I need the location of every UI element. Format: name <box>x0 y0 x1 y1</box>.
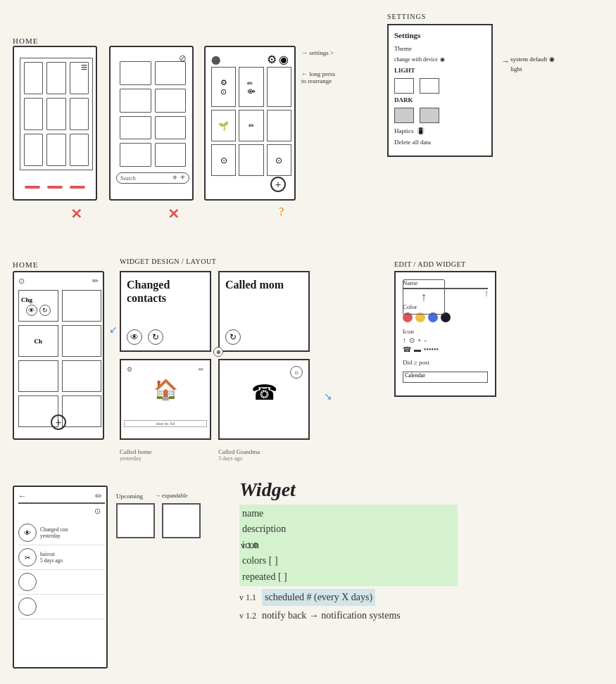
screen2-grid <box>116 58 189 170</box>
system-icon: ◉ <box>549 56 555 63</box>
v12-content: notify back → notification systems <box>262 608 401 623</box>
widget-card-called-mom: Called mom ↻ <box>218 271 310 352</box>
gear-small: ⚙ <box>127 366 132 373</box>
icon-label: Icon <box>403 328 488 335</box>
widget-notes: Widget name description icon colors [ ] … <box>239 479 458 624</box>
eye-icon: 👁 <box>26 305 37 316</box>
mid-widget4 <box>62 325 102 357</box>
note-colors: colors [ ] <box>242 553 455 569</box>
edit-widget-panel: ↑ Name ! Color Icon ↑ ⊙ + - <box>394 271 496 397</box>
plus-icon[interactable]: + <box>417 336 422 344</box>
rejection-x: ✕ <box>70 205 82 222</box>
note-description: description <box>242 521 455 537</box>
top-icons: ⚙ ◉ <box>267 53 289 66</box>
blue-arrow-mid: ↙ <box>109 324 118 336</box>
upcoming-box2 <box>162 503 201 538</box>
search-actions: ⌖ + <box>172 172 185 182</box>
widget-card-called-grandma: ○ ☎ <box>218 359 310 440</box>
sync-icon: ↻ <box>148 329 163 345</box>
light-label-row: LIGHT <box>394 67 486 74</box>
settings-right-arrow: → <box>501 56 510 67</box>
screen1-grid-container <box>20 58 93 170</box>
widget-cell: ⊙ <box>211 144 236 176</box>
widget-card-changed-contacts: Changed contacts 👁 ↻ <box>120 271 211 352</box>
grid-icon[interactable]: ▬ <box>414 346 421 353</box>
minus-icon[interactable]: - <box>425 336 427 344</box>
icon-options: ↑ ⊙ + - <box>403 336 488 344</box>
divider <box>18 502 105 504</box>
theme-option-light2[interactable] <box>420 78 439 94</box>
circle-icon[interactable]: ⊙ <box>409 336 415 344</box>
upcoming-boxes <box>116 503 201 538</box>
screen-mid-top: ⊙ ✏ <box>14 277 103 286</box>
theme-option-dark2[interactable] <box>420 108 439 123</box>
phone-icon[interactable]: ☎ <box>403 346 411 353</box>
fab-button[interactable]: + <box>270 177 286 192</box>
did-last-post-field: Did ≥ post <box>403 359 488 366</box>
mid-widget1: Chg 👁 ↻ <box>18 290 58 322</box>
widget-card-icons: ↻ <box>225 329 303 345</box>
list-item-text: haircut5 days ago <box>40 551 105 564</box>
list-item-text: Changed conyesterday <box>40 526 105 539</box>
widget-card-title: Changed contacts <box>127 278 204 305</box>
dark-label-row: DARK <box>394 96 486 103</box>
widget-card-icons: 👁 ↻ <box>127 329 204 345</box>
theme-option-dark1[interactable] <box>394 108 414 123</box>
dark-theme-options <box>394 108 486 123</box>
gear-icon[interactable]: ⚙ <box>267 53 277 66</box>
grid-cell <box>155 61 187 85</box>
edit-icon-bottom[interactable]: ✏ <box>95 491 102 501</box>
back-icon[interactable]: ← <box>18 491 27 501</box>
screen1-grid <box>20 58 92 170</box>
v11-row: v 1.1 scheduled # (every X days) <box>239 589 458 606</box>
grid-cell <box>46 134 65 166</box>
grid-cell <box>70 98 89 130</box>
note-repeated: repeated [ ] <box>242 569 455 585</box>
up-icon[interactable]: ↑ <box>403 336 406 344</box>
home-label-mid: HOME <box>13 260 38 269</box>
widget-cell: 🌱 <box>211 110 236 141</box>
settings-label-row: Settings <box>394 31 486 39</box>
due-label: due in 5d <box>124 420 207 427</box>
expandable-label: → expandable <box>155 493 187 499</box>
screen2: ⊘ Search ⌖ + <box>109 46 194 201</box>
bell-icon[interactable]: ◉ <box>279 53 289 66</box>
did-last-post-label: Did ≥ post <box>403 359 488 366</box>
settings-panel: SETTINGS Settings Theme change with devi… <box>387 13 503 157</box>
dots-icon: •••••• <box>424 346 439 353</box>
resize-handle[interactable]: ⊕ <box>213 347 223 357</box>
upload-area[interactable]: ↑ <box>403 279 445 315</box>
v12-row: v 1.2 notify back → notification systems <box>239 608 458 623</box>
add-icon[interactable]: + <box>180 172 185 182</box>
tab-bar <box>14 186 96 189</box>
light-theme-options <box>394 78 486 94</box>
screen3-top-bar: ⬤ ⚙ ◉ <box>206 53 294 66</box>
called-home-date: yesterday <box>120 455 142 462</box>
v12-label: v 1.2 <box>239 611 256 621</box>
tab-item[interactable] <box>47 186 63 189</box>
rejection-x2: ✕ <box>168 205 180 222</box>
tab-item[interactable] <box>25 186 40 189</box>
sync-icon: ↻ <box>225 329 241 345</box>
screen-bottom-list: 👁 Changed conyesterday ✂ haircut5 days a… <box>18 507 105 619</box>
upload-icon: ↑ <box>421 290 427 305</box>
fab-mid[interactable]: + <box>51 414 66 430</box>
haptics-row: Haptics 📳 <box>394 127 486 134</box>
widget-card-called-home: ⚙ ✏ 🏠 due in 5d <box>120 359 211 440</box>
grid-cell <box>46 98 65 130</box>
avatar-empty2 <box>18 597 37 616</box>
widget-cell: ⊙ <box>267 144 291 176</box>
theme-option-light1[interactable] <box>394 78 414 94</box>
settings-box: Settings Theme change with device ◉ LIGH… <box>387 24 493 157</box>
screen-mid: ⊙ ✏ Chg 👁 ↻ Ch + <box>13 271 104 440</box>
called-home-subtitle: Called home <box>120 448 152 455</box>
grid-cell <box>46 62 65 94</box>
theme-label-row: Theme <box>394 45 486 52</box>
called-grandma-date: 3 days ago <box>218 455 242 462</box>
tab-item[interactable] <box>70 186 85 189</box>
v11-content: scheduled # (every X days) <box>262 589 375 606</box>
delete-row[interactable]: Delete all data <box>394 139 486 146</box>
calendar-select[interactable]: Calendar <box>403 372 488 383</box>
avatar-eye: 👁 <box>18 524 37 542</box>
grid-cell <box>120 89 151 113</box>
